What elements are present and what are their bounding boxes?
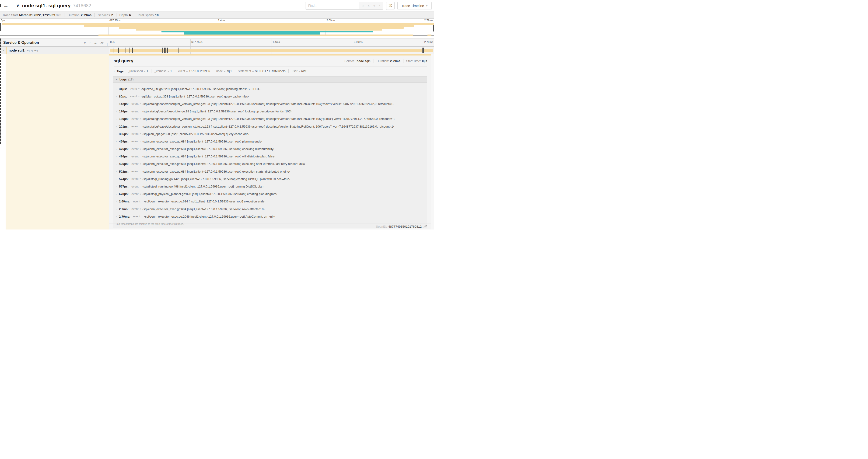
log-equals: = [140,155,141,158]
log-row[interactable]: › 34μs: event = ‹sql/exec_util.go:2297 [… [116,85,427,93]
log-event-tick[interactable] [422,47,423,53]
log-event-tick[interactable] [179,47,179,53]
column-resize-grip[interactable]: ∥ [106,43,108,46]
log-expand-chevron-icon[interactable]: › [116,177,119,180]
next-match-icon[interactable]: ∨ [373,4,375,7]
summary-label: Services [98,13,110,17]
log-event-tick[interactable] [188,47,188,53]
log-equals: = [138,88,140,90]
log-row[interactable]: › 486μs: event = ‹sql/conn_executor_exec… [116,153,427,160]
log-expand-chevron-icon[interactable]: › [116,193,119,195]
log-field-value: ‹sql/conn_executor_exec.go:2046 [nsql1,c… [144,215,275,218]
span-row[interactable]: ∨ node sql1 sql query [0,47,434,54]
selected-span-left-column [6,54,109,230]
minimap-tick-label: 2.79ms [424,19,433,22]
log-row[interactable]: › 142μs: event = ‹sql/catalog/lease/desc… [116,100,427,107]
log-row[interactable]: › 201μs: event = ‹sql/catalog/lease/desc… [116,123,427,130]
log-equals: = [140,147,141,151]
log-event-tick[interactable] [162,47,163,53]
find-input[interactable] [305,2,359,9]
log-row[interactable]: › 189μs: event = ‹sql/catalog/lease/desc… [116,115,427,123]
log-expand-chevron-icon[interactable]: › [116,102,119,105]
log-expand-chevron-icon[interactable]: › [116,163,119,165]
span-row-timeline[interactable] [109,47,434,54]
log-row[interactable]: › 2.69ms: event = ‹sql/conn_executor_exe… [116,198,427,205]
log-expand-chevron-icon[interactable]: › [116,110,119,113]
log-row[interactable]: › 176μs: event = ‹sql/catalog/descs/desc… [116,108,427,115]
span-row-label[interactable]: ∨ node sql1 sql query [0,47,109,54]
tag-equals: = [186,70,188,72]
log-event-tick[interactable] [434,47,434,53]
log-expand-chevron-icon[interactable]: › [116,215,119,218]
link-icon[interactable] [424,225,427,228]
tag-value: root [301,69,306,73]
log-event-tick[interactable] [166,47,167,53]
log-row[interactable]: › 80μs: event = ‹sql/plan_opt.go:358 [ns… [116,93,427,100]
span-collapse-chevron-icon[interactable]: ∨ [3,49,4,52]
log-event-tick[interactable] [126,47,126,53]
log-event-tick[interactable] [152,47,152,53]
log-row[interactable]: › 2.7ms: event = ‹sql/conn_executor_exec… [116,205,427,213]
log-row[interactable]: › 597μs: event = ‹sql/distsql_running.go… [116,183,427,190]
summary-label: Total Spans [137,13,154,17]
log-row[interactable]: › 476μs: event = ‹sql/conn_executor_exec… [116,145,427,153]
log-row[interactable]: › 459μs: event = ‹sql/conn_executor_exec… [116,138,427,145]
log-row[interactable]: › 678μs: event = ‹sql/distsql_physical_p… [116,190,427,198]
vertical-scrollbar[interactable] [431,54,434,230]
log-expand-chevron-icon[interactable]: › [116,118,119,120]
log-event-tick[interactable] [129,47,130,53]
log-event-tick[interactable] [113,47,114,53]
log-expand-chevron-icon[interactable]: › [116,170,119,173]
log-expand-chevron-icon[interactable]: › [116,155,119,158]
tags-row[interactable]: › Tags: _unfinished = 1 _verbose = 1 [109,66,431,75]
log-row[interactable]: › 502μs: event = ‹sql/conn_executor_exec… [116,168,427,175]
left-edge-scroll-handle[interactable] [0,38,1,144]
log-field-value: ‹sql/conn_executor_exec.go:684 [nsql1,cl… [142,162,305,166]
title-collapse-chevron-icon[interactable]: ∨ [16,3,19,8]
log-row[interactable]: › 2.79ms: event = ‹sql/conn_executor_exe… [116,213,427,220]
minimap-left-scrubber[interactable] [0,23,1,31]
clear-find-icon[interactable]: × [378,4,380,7]
log-row[interactable]: › 495μs: event = ‹sql/conn_executor_exec… [116,160,427,168]
back-button[interactable]: ← [0,0,12,11]
tags-expand-chevron-icon[interactable]: › [114,69,115,73]
log-event-tick[interactable] [176,47,176,53]
log-expand-chevron-icon[interactable]: › [116,95,119,98]
log-event-tick[interactable] [164,47,165,53]
minimap-right-scrubber[interactable] [433,25,434,31]
log-expand-chevron-icon[interactable]: › [116,140,119,143]
span-duration-bar[interactable] [110,49,433,52]
log-event-tick[interactable] [167,47,168,53]
log-expand-chevron-icon[interactable]: › [116,207,119,210]
timeline-gridline [190,39,191,46]
log-field-value: ‹sql/distsql_physical_planner.go:828 [ns… [142,192,277,196]
collapse-one-icon[interactable]: ∨ [84,41,86,44]
locate-icon[interactable]: ◎ [362,4,364,7]
minimap-span-bar [84,25,414,27]
view-type-dropdown[interactable]: Trace Timeline ∨ [397,2,432,10]
log-event-tick[interactable] [423,47,424,53]
log-expand-chevron-icon[interactable]: › [116,200,119,203]
collapse-all-icon[interactable]: ⇊ [94,41,97,44]
log-expand-chevron-icon[interactable]: › [116,132,119,135]
log-event-tick[interactable] [131,47,131,53]
expand-all-icon[interactable]: ≫ [100,41,104,44]
prev-match-icon[interactable]: ∧ [368,4,370,7]
log-row[interactable]: › 366μs: event = ‹sql/plan_opt.go:358 [n… [116,130,427,138]
log-event-tick[interactable] [132,47,133,53]
log-field-key: event [133,200,140,203]
keyboard-shortcuts-button[interactable]: ⌘ [386,2,395,10]
log-row[interactable]: › 574μs: event = ‹sql/distsql_running.go… [116,175,427,183]
logs-header[interactable]: ∨ Logs (18) [113,76,427,83]
tree-controls: ∨ › ⇊ ≫ [84,41,104,44]
log-event-tick[interactable] [118,47,119,53]
log-expand-chevron-icon[interactable]: › [116,147,119,151]
log-expand-chevron-icon[interactable]: › [116,88,119,90]
minimap-canvas[interactable] [0,23,434,36]
logs-collapse-chevron-icon[interactable]: ∨ [115,78,117,81]
log-event-tick[interactable] [165,47,166,53]
log-expand-chevron-icon[interactable]: › [116,185,119,188]
expand-one-icon[interactable]: › [90,41,91,44]
log-expand-chevron-icon[interactable]: › [116,125,119,128]
log-timestamp: 366μs: [119,132,129,136]
